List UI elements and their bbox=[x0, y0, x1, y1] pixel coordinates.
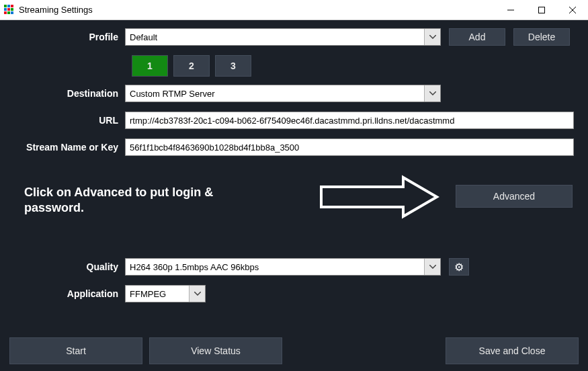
url-label: URL bbox=[9, 115, 125, 126]
arrow-icon bbox=[316, 175, 444, 222]
quality-settings-button[interactable]: ⚙ bbox=[449, 258, 469, 276]
destination-select-value: Custom RTMP Server bbox=[130, 89, 215, 99]
tab-1[interactable]: 1 bbox=[132, 55, 168, 77]
chevron-down-icon bbox=[424, 259, 440, 275]
streamkey-input[interactable] bbox=[125, 138, 574, 156]
minimize-button[interactable] bbox=[495, 0, 526, 20]
application-label: Application bbox=[9, 288, 125, 299]
title-bar: Streaming Settings bbox=[0, 0, 588, 20]
window-title: Streaming Settings bbox=[19, 5, 93, 15]
chevron-down-icon bbox=[189, 286, 205, 302]
application-select[interactable]: FFMPEG bbox=[125, 285, 206, 302]
view-status-button[interactable]: View Status bbox=[149, 337, 282, 364]
streamkey-label: Stream Name or Key bbox=[9, 142, 125, 153]
svg-rect-1 bbox=[539, 7, 545, 13]
destination-select[interactable]: Custom RTMP Server bbox=[125, 85, 441, 102]
add-button[interactable]: Add bbox=[449, 28, 505, 46]
gear-icon: ⚙ bbox=[454, 261, 464, 274]
start-button[interactable]: Start bbox=[9, 337, 142, 364]
chevron-down-icon bbox=[424, 29, 440, 45]
chevron-down-icon bbox=[424, 85, 440, 101]
save-and-close-button[interactable]: Save and Close bbox=[446, 337, 579, 364]
delete-button[interactable]: Delete bbox=[513, 28, 570, 46]
quality-label: Quality bbox=[9, 261, 125, 272]
profile-label: Profile bbox=[9, 32, 125, 42]
app-icon bbox=[4, 5, 15, 15]
application-select-value: FFMPEG bbox=[130, 289, 166, 299]
annotation-text: Click on Advanced to put login & passwor… bbox=[24, 185, 246, 216]
profile-select-value: Default bbox=[130, 32, 157, 42]
quality-select[interactable]: H264 360p 1.5mbps AAC 96kbps bbox=[125, 258, 441, 276]
profile-select[interactable]: Default bbox=[125, 28, 441, 46]
maximize-button[interactable] bbox=[526, 0, 557, 20]
quality-select-value: H264 360p 1.5mbps AAC 96kbps bbox=[130, 262, 259, 272]
tab-3[interactable]: 3 bbox=[215, 55, 251, 77]
url-input[interactable] bbox=[125, 112, 574, 129]
close-button[interactable] bbox=[557, 0, 588, 20]
advanced-button[interactable]: Advanced bbox=[456, 185, 573, 208]
tab-2[interactable]: 2 bbox=[173, 55, 210, 77]
svg-marker-4 bbox=[321, 177, 437, 216]
destination-label: Destination bbox=[9, 88, 125, 99]
